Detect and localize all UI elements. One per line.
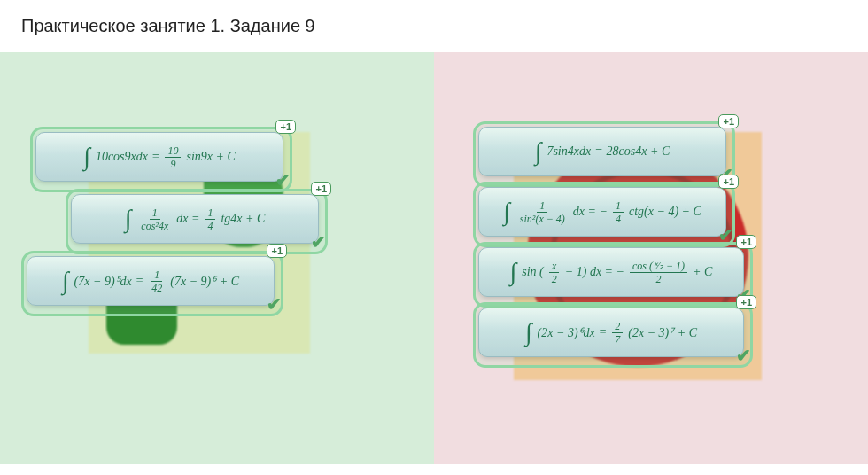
left-cards: +1 ∫ 10cos9xdx = 109 sin9x + C ✔ +1 (0, 132, 434, 306)
formula-card[interactable]: +1 ∫ 7sin4xdx = 28cos4x + C ✔ (478, 127, 726, 176)
lhs: 10cos9xdx (96, 150, 148, 164)
score-badge: +1 (736, 235, 756, 249)
page-title: Практическое занятие 1. Задание 9 (21, 16, 847, 36)
check-icon: ✔ (736, 345, 751, 366)
formula-card[interactable]: +1 ∫ 1sin²(x − 4) dx = − 14 ctg(x − 4) +… (478, 187, 726, 237)
score-badge: +1 (718, 175, 739, 189)
check-icon: ✔ (267, 293, 282, 315)
formula-card[interactable]: +1 ∫ (7x − 9)⁵dx = 142 (7x − 9)⁶ + C ✔ (27, 256, 275, 306)
split-container: +1 ∫ 10cos9xdx = 109 sin9x + C ✔ +1 (0, 52, 868, 464)
drop-zone-correct[interactable]: +1 ∫ 10cos9xdx = 109 sin9x + C ✔ +1 (0, 52, 434, 464)
check-icon: ✔ (311, 231, 326, 253)
score-badge: +1 (267, 244, 287, 258)
check-icon: ✔ (275, 169, 291, 191)
drop-zone-incorrect[interactable]: +1 ∫ 7sin4xdx = 28cos4x + C ✔ +1 ∫ (434, 52, 868, 464)
formula-card[interactable]: +1 ∫ 10cos9xdx = 109 sin9x + C ✔ (35, 132, 283, 182)
formula-card[interactable]: +1 ∫ (2x − 3)⁶dx = 27 (2x − 3)⁷ + C ✔ (478, 308, 744, 357)
score-badge: +1 (736, 295, 756, 309)
score-badge: +1 (718, 114, 739, 128)
check-icon: ✔ (718, 224, 733, 245)
formula-card[interactable]: +1 ∫ 1cos²4x dx = 14 tg4x + C ✔ (71, 194, 319, 244)
score-badge: +1 (311, 182, 331, 196)
score-badge: +1 (275, 120, 296, 134)
right-cards: +1 ∫ 7sin4xdx = 28cos4x + C ✔ +1 ∫ (434, 127, 868, 357)
rhs: sin9x + C (186, 150, 235, 164)
formula-card[interactable]: +1 ∫ sin ( x2 − 1) dx = − cos (ˣ⁄₂ − 1)2… (478, 247, 744, 297)
